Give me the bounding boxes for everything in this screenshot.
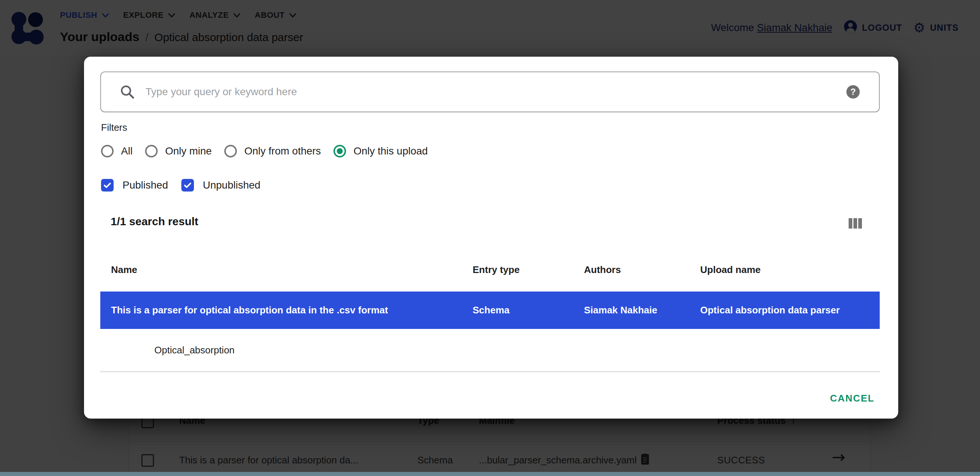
radio-label: Only this upload: [353, 145, 428, 157]
results-summary: 1/1 search result: [111, 215, 198, 228]
visibility-radio-group: All Only mine Only from others Only this…: [101, 141, 428, 162]
cell-name: This is a parser for optical absorption …: [111, 292, 388, 329]
child-row[interactable]: Optical_absorption: [100, 329, 880, 371]
radio-all[interactable]: All: [101, 145, 132, 157]
radio-label: Only mine: [165, 145, 212, 157]
radio-selected-icon: [334, 145, 346, 157]
search-input[interactable]: [145, 86, 846, 98]
radio-icon: [145, 145, 158, 157]
radio-label: Only from others: [244, 145, 321, 157]
search-dialog: ? Filters All Only mine Only from others…: [84, 57, 898, 418]
radio-only-from-others[interactable]: Only from others: [224, 145, 321, 157]
bottom-edge-bar: [0, 472, 980, 476]
results-divider: [100, 371, 880, 372]
checkbox-checked-icon: [181, 179, 194, 192]
radio-only-mine[interactable]: Only mine: [145, 145, 212, 157]
search-icon: [119, 84, 135, 100]
child-row-name: Optical_absorption: [154, 329, 235, 371]
checkbox-published[interactable]: Published: [101, 179, 168, 192]
cell-entry-type: Schema: [473, 292, 510, 329]
screen: PUBLISH EXPLORE ANALYZE ABOUT: [0, 0, 980, 476]
checkbox-label: Published: [123, 179, 168, 191]
radio-label: All: [121, 145, 132, 157]
radio-icon: [224, 145, 237, 157]
results-column-upload-name: Upload name: [700, 264, 760, 276]
radio-icon: [101, 145, 114, 157]
checkbox-label: Unpublished: [203, 179, 261, 191]
results-column-name: Name: [111, 264, 137, 276]
publish-state-checkbox-group: Published Unpublished: [101, 176, 261, 195]
filters-label: Filters: [101, 122, 127, 133]
results-column-authors: Authors: [584, 264, 621, 276]
help-icon[interactable]: ?: [846, 85, 860, 99]
cell-upload-name: Optical absorption data parser: [700, 292, 840, 329]
cell-authors: Siamak Nakhaie: [584, 292, 657, 329]
results-column-entry-type: Entry type: [473, 264, 520, 276]
selected-result-row[interactable]: This is a parser for optical absorption …: [100, 292, 880, 329]
columns-icon[interactable]: [849, 218, 862, 228]
checkbox-checked-icon: [101, 179, 114, 192]
cancel-button[interactable]: CANCEL: [825, 388, 880, 409]
radio-only-this-upload[interactable]: Only this upload: [334, 145, 428, 157]
checkbox-unpublished[interactable]: Unpublished: [181, 179, 261, 192]
search-box: ?: [100, 72, 880, 112]
